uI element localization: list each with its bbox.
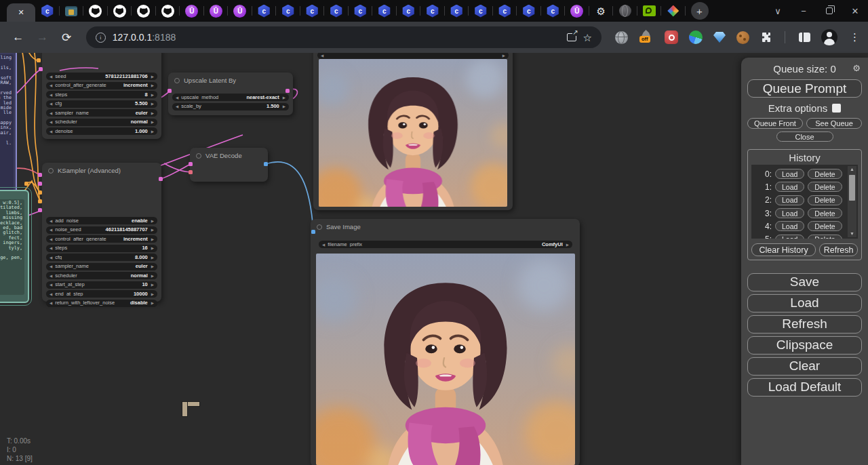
- new-tab-button[interactable]: +: [691, 2, 709, 20]
- history-load-button[interactable]: Load: [775, 169, 804, 179]
- slot-input-icon[interactable]: [38, 199, 42, 203]
- node-preview-image[interactable]: [313, 53, 513, 210]
- history-delete-button[interactable]: Delete: [808, 169, 842, 179]
- slot-input-icon[interactable]: [189, 170, 193, 174]
- see-queue-button[interactable]: See Queue: [806, 118, 862, 129]
- pinned-tab-github[interactable]: [108, 0, 132, 22]
- widget-end-at-step[interactable]: end_at_step10000: [46, 290, 157, 298]
- history-delete-button[interactable]: Delete: [808, 221, 842, 231]
- extra-options-checkbox[interactable]: [832, 104, 841, 113]
- queue-prompt-button[interactable]: Queue Prompt: [747, 79, 862, 98]
- close-tab-icon[interactable]: ✕: [18, 9, 24, 16]
- pinned-tab-github[interactable]: [156, 0, 180, 22]
- widget-add-noise[interactable]: add_noiseenable: [46, 217, 157, 224]
- history-delete-button[interactable]: Delete: [808, 195, 842, 205]
- pinned-tab-comfy[interactable]: c: [300, 0, 325, 22]
- node-ksampler[interactable]: seed578122121881706 control_after_genera…: [42, 53, 161, 139]
- widget-noise-seed[interactable]: noise_seed462118145887707: [46, 226, 157, 234]
- history-load-button[interactable]: Load: [775, 221, 804, 231]
- widget-cfg[interactable]: cfg5.500: [46, 100, 157, 108]
- slot-input-icon[interactable]: [38, 182, 42, 186]
- clipspace-button[interactable]: Clipspace: [747, 336, 862, 355]
- slot-input-icon[interactable]: [37, 58, 41, 62]
- node-ksampler-advanced[interactable]: KSampler (Advanced) add_noiseenable nois…: [42, 163, 161, 302]
- extension-red-o-icon[interactable]: [665, 31, 678, 44]
- node-clip-text-encode-negative[interactable]: w:0.5],utilated, limbs,, missing , neckl…: [0, 190, 29, 303]
- collapse-dot-icon[interactable]: [317, 224, 322, 230]
- node-save-image[interactable]: Save Image filename_prefixComfyUI: [311, 219, 580, 465]
- pinned-tab-ultra[interactable]: Û: [180, 0, 204, 22]
- pinned-tab-comfy[interactable]: c: [469, 0, 493, 22]
- queue-front-button[interactable]: Queue Front: [747, 118, 803, 129]
- extensions-puzzle-icon[interactable]: [760, 32, 771, 43]
- slot-input-icon[interactable]: [189, 162, 193, 166]
- history-load-button[interactable]: Load: [775, 208, 804, 218]
- pinned-tab-comfy[interactable]: c: [35, 0, 60, 22]
- decrement-icon[interactable]: [50, 74, 52, 79]
- widget-start-at-step[interactable]: start_at_step10: [46, 281, 157, 289]
- pinned-tab-comfy[interactable]: c: [517, 0, 541, 22]
- group-resize-corner[interactable]: [182, 401, 200, 417]
- tab-search-chevron-icon[interactable]: ∨: [765, 0, 791, 22]
- pinned-tab-comfy[interactable]: c: [420, 0, 445, 22]
- slot-input-icon[interactable]: [38, 190, 42, 195]
- collapse-dot-icon[interactable]: [174, 78, 180, 83]
- pinned-tab-comfy[interactable]: c: [324, 0, 349, 22]
- reload-button[interactable]: ⟳: [56, 31, 77, 45]
- history-delete-button[interactable]: Delete: [808, 235, 842, 239]
- slot-input-icon[interactable]: [167, 89, 172, 93]
- widget-control-after-generate[interactable]: control_after_generateincrement: [46, 82, 157, 89]
- extension-cookie-icon[interactable]: [736, 31, 749, 44]
- widget-upscale-method[interactable]: upscale_methodnearest-exact: [172, 94, 289, 101]
- load-default-button[interactable]: Load Default: [747, 378, 862, 397]
- pinned-tab-ultra[interactable]: Û: [228, 0, 252, 22]
- slot-input-icon[interactable]: [38, 173, 42, 177]
- history-delete-button[interactable]: Delete: [808, 182, 842, 192]
- close-button[interactable]: Close: [776, 132, 833, 142]
- close-window-button[interactable]: ✕: [842, 0, 868, 22]
- widget-scheduler[interactable]: schedulernormal: [46, 119, 157, 126]
- scroll-thumb[interactable]: [849, 175, 855, 201]
- pinned-tab-github[interactable]: [83, 0, 108, 22]
- widget-bar[interactable]: [317, 53, 509, 59]
- history-load-button[interactable]: Load: [775, 195, 804, 205]
- menu-kebab-icon[interactable]: ⋮: [850, 31, 860, 43]
- side-panel-icon[interactable]: [799, 33, 810, 42]
- comfyui-canvas[interactable]: iling ils, soft, RAW, urved h theled mid…: [0, 53, 868, 465]
- collapse-dot-icon[interactable]: [48, 168, 54, 174]
- refresh-button[interactable]: Refresh: [747, 315, 862, 333]
- slot-output-icon[interactable]: [24, 182, 28, 186]
- pinned-tab-comfy[interactable]: c: [541, 0, 566, 22]
- extension-colorful-globe-icon[interactable]: [689, 31, 703, 44]
- share-icon[interactable]: ↗: [567, 33, 576, 41]
- pinned-tab-briefcase[interactable]: [60, 0, 84, 22]
- load-button[interactable]: Load: [747, 294, 862, 312]
- widget-denoise[interactable]: denoise1.000: [46, 127, 157, 135]
- pinned-tab-ultra[interactable]: Û: [204, 0, 229, 22]
- history-load-button[interactable]: Load: [775, 235, 804, 239]
- pinned-tab-diamond[interactable]: [661, 0, 686, 22]
- widget-sampler-name[interactable]: sampler_nameeuler: [46, 263, 157, 270]
- back-button[interactable]: ←: [8, 31, 28, 44]
- extension-globe-icon[interactable]: [615, 31, 628, 44]
- address-bar[interactable]: i 127.0.0.1:8188 ↗ ☆: [86, 26, 601, 48]
- history-scrollbar[interactable]: ▲ ▼: [848, 166, 856, 237]
- slot-output-icon[interactable]: [159, 177, 163, 181]
- slot-output-icon[interactable]: [285, 89, 290, 93]
- widget-sampler-name[interactable]: sampler_nameeuler: [46, 109, 157, 117]
- settings-gear-icon[interactable]: ⚙: [852, 63, 861, 73]
- scroll-down-icon[interactable]: ▼: [848, 230, 856, 237]
- pinned-tab-comfy[interactable]: c: [372, 0, 397, 22]
- pinned-tab-ultra[interactable]: Û: [565, 0, 589, 22]
- node-upscale-latent-by[interactable]: Upscale Latent By upscale_methodnearest-…: [168, 73, 293, 115]
- pinned-tab-comfy[interactable]: c: [276, 0, 300, 22]
- slot-input-icon[interactable]: [311, 230, 315, 234]
- clear-button[interactable]: Clear: [747, 357, 862, 376]
- extension-blocker-off-icon[interactable]: off: [639, 30, 654, 45]
- site-info-icon[interactable]: i: [96, 33, 106, 43]
- widget-seed[interactable]: seed578122121881706: [46, 73, 157, 80]
- clear-history-button[interactable]: Clear History: [751, 243, 816, 256]
- scroll-up-icon[interactable]: ▲: [848, 166, 856, 173]
- negative-prompt-text[interactable]: w:0.5],utilated, limbs,, missing , neckl…: [0, 199, 24, 295]
- bookmark-star-icon[interactable]: ☆: [583, 33, 592, 43]
